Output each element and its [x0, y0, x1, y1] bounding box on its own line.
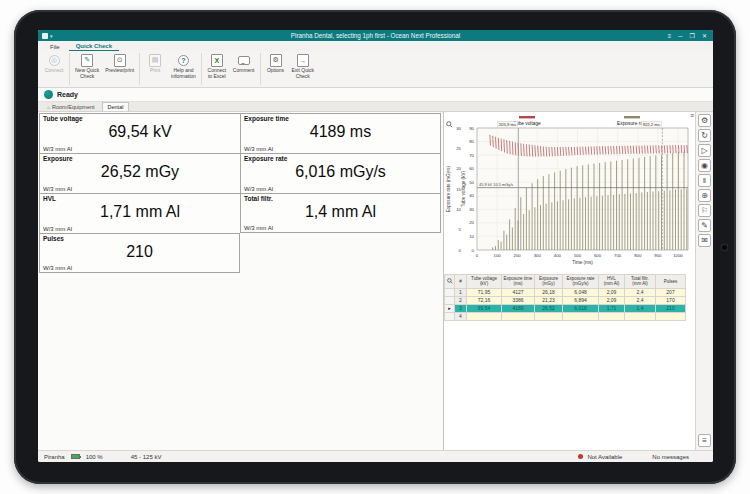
tile-exposure-time[interactable]: Exposure time 4189 ms W/3 mm Al: [240, 113, 441, 153]
tile-label: Exposure: [43, 155, 73, 162]
titlebar: ▾ Piranha Dental, selecting 1ph first - …: [38, 30, 713, 41]
svg-text:900: 900: [654, 253, 662, 258]
waveform-chart[interactable]: ≡ 01002003004005006007008009001000010203…: [444, 112, 696, 274]
tile-note: W/3 mm Al: [43, 226, 72, 232]
settings-icon[interactable]: ⚙: [698, 114, 711, 127]
svg-text:Exposure rate (mGy/s): Exposure rate (mGy/s): [446, 165, 451, 212]
svg-text:20: 20: [456, 166, 461, 171]
options-icon: ⚙: [270, 54, 282, 67]
connect-button[interactable]: ◎ Connect: [41, 51, 67, 87]
svg-text:0: 0: [472, 248, 475, 253]
chart-menu-icon[interactable]: ≡: [690, 112, 694, 119]
restore-icon[interactable]: ❐: [690, 33, 695, 39]
comment-button[interactable]: Comment: [230, 51, 258, 87]
tablet-camera: [722, 245, 727, 250]
refresh-icon[interactable]: ↻: [698, 129, 711, 142]
new-quick-check-icon: ✎: [81, 54, 93, 67]
tile-note: W/3 mm Al: [43, 186, 72, 192]
pause-icon[interactable]: ‖: [698, 174, 711, 187]
svg-text:500: 500: [574, 253, 582, 258]
ribbon-divider: [139, 53, 140, 85]
results-table: # Tube voltage (kV) Exposure time (ms) E…: [444, 274, 686, 321]
minimize-icon[interactable]: ─: [678, 33, 682, 39]
new-quick-check-button[interactable]: ✎ New Quick Check: [72, 51, 102, 87]
messages-label[interactable]: No messages: [652, 454, 689, 460]
tile-label: HVL: [43, 195, 56, 202]
record-icon[interactable]: ◉: [698, 159, 711, 172]
ready-label: Ready: [57, 91, 78, 98]
tile-note: W/3 mm Al: [244, 186, 273, 192]
tab-room-equipment[interactable]: ⌂ Room/Equipment: [41, 102, 101, 111]
svg-text:922,2 ms: 922,2 ms: [643, 122, 660, 127]
tile-note: W/3 mm Al: [244, 225, 273, 231]
tile-note: W/3 mm Al: [244, 146, 273, 152]
svg-text:50: 50: [469, 180, 474, 185]
svg-text:70: 70: [469, 153, 474, 158]
tile-value: 69,54 kV: [40, 123, 240, 141]
list-icon[interactable]: ≡: [698, 434, 711, 447]
print-label: Print: [150, 68, 160, 74]
exit-quick-check-button[interactable]: → Exit Quick Check: [289, 51, 318, 87]
table-row[interactable]: 4: [445, 312, 686, 320]
svg-text:60: 60: [469, 166, 474, 171]
ribbon-tab-strip: File Quick Check: [38, 41, 713, 51]
window-title: Piranha Dental, selecting 1ph first - Oc…: [38, 32, 713, 39]
report-icon[interactable]: ✉: [698, 234, 711, 247]
svg-text:600: 600: [594, 253, 602, 258]
ribbon-menu-icon[interactable]: ≡: [668, 33, 672, 39]
help-label: Help and information: [171, 68, 196, 80]
room-icon: ⌂: [47, 104, 50, 110]
svg-text:800: 800: [634, 253, 642, 258]
excel-icon: X: [211, 54, 223, 67]
svg-text:25: 25: [456, 146, 461, 151]
tab-quick-check[interactable]: Quick Check: [69, 42, 119, 51]
table-row-selected[interactable]: ▸ 3 69,544189 26,526,016 1,711,4 210: [445, 304, 686, 312]
tile-note: W/3 mm Al: [43, 146, 72, 152]
tile-tube-voltage[interactable]: Tube voltage 69,54 kV W/3 mm Al: [39, 113, 240, 153]
help-icon: ?: [178, 55, 189, 66]
svg-text:400: 400: [554, 253, 562, 258]
statusbar: Piranha 100 % 45 - 125 kV Not Available …: [38, 450, 713, 462]
tab-dental[interactable]: Dental: [102, 102, 130, 111]
measurement-table: # Tube voltage (kV) Exposure time (ms) E…: [444, 274, 695, 321]
close-icon[interactable]: ✕: [702, 33, 707, 39]
chart-zoom-icon[interactable]: [446, 114, 453, 132]
tab-file[interactable]: File: [43, 43, 67, 51]
options-button[interactable]: ⚙ Options: [263, 51, 289, 87]
device-label: Piranha: [44, 454, 65, 460]
svg-text:30: 30: [456, 126, 461, 131]
svg-text:40: 40: [469, 193, 474, 198]
help-button[interactable]: ? Help and information: [168, 51, 199, 87]
svg-text:30: 30: [469, 207, 474, 212]
tag-icon[interactable]: ⚐: [698, 204, 711, 217]
connection-status-icon: [578, 454, 583, 459]
svg-text:1000: 1000: [673, 253, 683, 258]
svg-text:Time (ms): Time (ms): [572, 260, 593, 265]
tile-note: W/3 mm Al: [43, 265, 72, 271]
connect-to-excel-button[interactable]: X Connect to Excel: [204, 51, 230, 87]
status-ready-bar: Ready: [38, 88, 713, 102]
connect-label: Connect: [45, 68, 64, 74]
tile-exposure[interactable]: Exposure 26,52 mGy W/3 mm Al: [39, 153, 240, 193]
tile-value: 1,4 mm Al: [241, 203, 440, 221]
preview-print-button[interactable]: ⊙ Preview/print: [102, 51, 137, 87]
preview-print-label: Preview/print: [105, 68, 134, 74]
tile-exposure-rate[interactable]: Exposure rate 6,016 mGy/s W/3 mm Al: [240, 153, 441, 193]
svg-text:Tube voltage (kV): Tube voltage (kV): [461, 170, 466, 207]
tablet-frame: ▾ Piranha Dental, selecting 1ph first - …: [14, 10, 736, 484]
play-icon[interactable]: ▷: [698, 144, 711, 157]
print-button[interactable]: ▤ Print: [142, 51, 168, 87]
pan-icon[interactable]: ⊕: [698, 189, 711, 202]
tile-pulses[interactable]: Pulses 210 W/3 mm Al: [39, 233, 240, 273]
annotate-icon[interactable]: ✎: [698, 219, 711, 232]
table-row[interactable]: 1 71,954127 26,186,048 2,092,4 207: [445, 288, 686, 296]
row-pointer-icon: ▸: [448, 305, 451, 311]
app-window: ▾ Piranha Dental, selecting 1ph first - …: [38, 30, 713, 462]
side-toolbar: ⚙ ↻ ▷ ◉ ‖ ⊕ ⚐ ✎ ✉ ≡: [695, 112, 713, 450]
tile-hvl[interactable]: HVL 1,71 mm Al W/3 mm Al: [39, 193, 240, 233]
table-row[interactable]: 2 72,163386 21,236,894 2,092,4 170: [445, 296, 686, 304]
page-background: ▾ Piranha Dental, selecting 1ph first - …: [0, 0, 750, 494]
svg-text:0: 0: [476, 253, 479, 258]
connect-icon: ◎: [49, 55, 60, 66]
tile-total-filtration[interactable]: Total filtr. 1,4 mm Al W/3 mm Al: [240, 193, 441, 233]
